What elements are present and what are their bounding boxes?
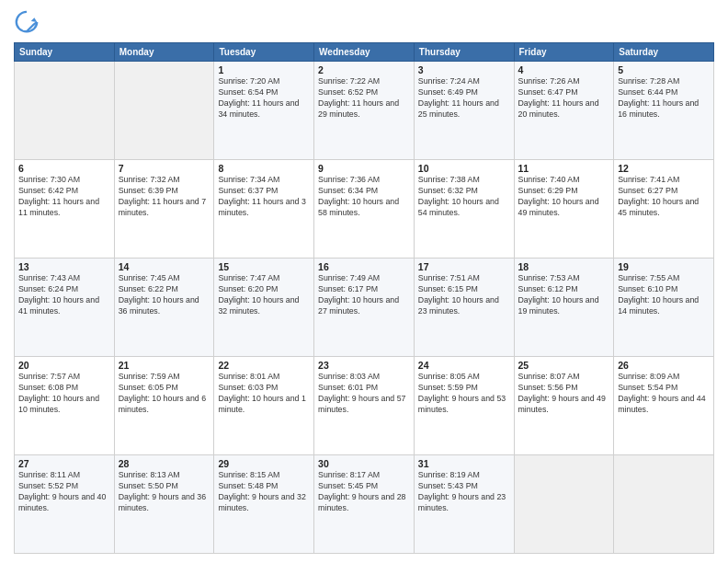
day-number: 1 [218,64,310,75]
calendar-cell: 29Sunrise: 8:15 AMSunset: 5:48 PMDayligh… [214,455,314,554]
cell-details: Sunrise: 8:17 AMSunset: 5:45 PMDaylight:… [318,470,410,514]
cell-details: Sunrise: 7:43 AMSunset: 6:24 PMDaylight:… [18,273,110,317]
day-number: 24 [418,360,510,371]
day-number: 8 [218,163,310,174]
calendar-cell: 21Sunrise: 7:59 AMSunset: 6:05 PMDayligh… [114,357,214,455]
cell-details: Sunrise: 8:11 AMSunset: 5:52 PMDaylight:… [18,470,110,514]
calendar-cell: 8Sunrise: 7:34 AMSunset: 6:37 PMDaylight… [214,160,314,259]
calendar-cell: 1Sunrise: 7:20 AMSunset: 6:54 PMDaylight… [214,62,314,160]
calendar-cell: 14Sunrise: 7:45 AMSunset: 6:22 PMDayligh… [114,259,214,357]
calendar-cell: 16Sunrise: 7:49 AMSunset: 6:17 PMDayligh… [314,259,415,357]
calendar-cell: 11Sunrise: 7:40 AMSunset: 6:29 PMDayligh… [514,160,614,259]
logo [14,9,43,35]
day-number: 6 [18,163,110,174]
day-number: 21 [119,360,210,371]
day-number: 7 [119,163,210,174]
day-number: 18 [518,261,610,272]
calendar-cell [614,455,714,554]
day-number: 30 [318,458,410,469]
weekday-header-row: SundayMondayTuesdayWednesdayThursdayFrid… [15,43,714,62]
calendar-cell: 6Sunrise: 7:30 AMSunset: 6:42 PMDaylight… [15,160,115,259]
cell-details: Sunrise: 8:15 AMSunset: 5:48 PMDaylight:… [218,470,310,514]
calendar-cell: 5Sunrise: 7:28 AMSunset: 6:44 PMDaylight… [614,62,714,160]
header [14,9,714,35]
weekday-header: Monday [114,43,214,62]
day-number: 3 [418,64,510,75]
cell-details: Sunrise: 7:28 AMSunset: 6:44 PMDaylight:… [618,76,710,121]
cell-details: Sunrise: 7:32 AMSunset: 6:39 PMDaylight:… [119,175,210,219]
calendar-cell: 3Sunrise: 7:24 AMSunset: 6:49 PMDaylight… [414,62,514,160]
day-number: 29 [218,458,310,469]
cell-details: Sunrise: 8:01 AMSunset: 6:03 PMDaylight:… [218,372,310,416]
cell-details: Sunrise: 8:03 AMSunset: 6:01 PMDaylight:… [318,372,410,416]
cell-details: Sunrise: 7:51 AMSunset: 6:15 PMDaylight:… [418,273,510,317]
day-number: 13 [18,261,110,272]
calendar-cell: 23Sunrise: 8:03 AMSunset: 6:01 PMDayligh… [314,357,415,455]
day-number: 16 [318,261,410,272]
calendar-cell: 13Sunrise: 7:43 AMSunset: 6:24 PMDayligh… [15,259,115,357]
day-number: 26 [618,360,710,371]
weekday-header: Wednesday [314,43,415,62]
calendar-cell: 9Sunrise: 7:36 AMSunset: 6:34 PMDaylight… [314,160,415,259]
cell-details: Sunrise: 7:45 AMSunset: 6:22 PMDaylight:… [119,273,210,317]
calendar-cell: 25Sunrise: 8:07 AMSunset: 5:56 PMDayligh… [514,357,614,455]
calendar-cell: 22Sunrise: 8:01 AMSunset: 6:03 PMDayligh… [214,357,314,455]
day-number: 28 [119,458,210,469]
calendar-cell: 31Sunrise: 8:19 AMSunset: 5:43 PMDayligh… [414,455,514,554]
calendar-week-row: 20Sunrise: 7:57 AMSunset: 6:08 PMDayligh… [15,357,714,455]
cell-details: Sunrise: 7:55 AMSunset: 6:10 PMDaylight:… [618,273,710,317]
calendar-week-row: 13Sunrise: 7:43 AMSunset: 6:24 PMDayligh… [15,259,714,357]
calendar-table: SundayMondayTuesdayWednesdayThursdayFrid… [14,42,714,554]
cell-details: Sunrise: 7:30 AMSunset: 6:42 PMDaylight:… [18,175,110,219]
day-number: 27 [18,458,110,469]
svg-marker-0 [31,17,38,22]
cell-details: Sunrise: 7:22 AMSunset: 6:52 PMDaylight:… [318,76,410,121]
cell-details: Sunrise: 7:34 AMSunset: 6:37 PMDaylight:… [218,175,310,219]
day-number: 10 [418,163,510,174]
day-number: 2 [318,64,410,75]
calendar-cell: 10Sunrise: 7:38 AMSunset: 6:32 PMDayligh… [414,160,514,259]
cell-details: Sunrise: 7:20 AMSunset: 6:54 PMDaylight:… [218,76,310,121]
logo-icon [14,9,40,35]
weekday-header: Tuesday [214,43,314,62]
cell-details: Sunrise: 8:19 AMSunset: 5:43 PMDaylight:… [418,470,510,514]
day-number: 22 [218,360,310,371]
calendar-cell: 4Sunrise: 7:26 AMSunset: 6:47 PMDaylight… [514,62,614,160]
weekday-header: Friday [514,43,614,62]
day-number: 23 [318,360,410,371]
day-number: 15 [218,261,310,272]
calendar-cell: 2Sunrise: 7:22 AMSunset: 6:52 PMDaylight… [314,62,415,160]
cell-details: Sunrise: 8:05 AMSunset: 5:59 PMDaylight:… [418,372,510,416]
day-number: 12 [618,163,710,174]
calendar-week-row: 1Sunrise: 7:20 AMSunset: 6:54 PMDaylight… [15,62,714,160]
calendar-cell: 24Sunrise: 8:05 AMSunset: 5:59 PMDayligh… [414,357,514,455]
cell-details: Sunrise: 7:59 AMSunset: 6:05 PMDaylight:… [119,372,210,416]
day-number: 20 [18,360,110,371]
calendar-cell: 7Sunrise: 7:32 AMSunset: 6:39 PMDaylight… [114,160,214,259]
calendar-week-row: 6Sunrise: 7:30 AMSunset: 6:42 PMDaylight… [15,160,714,259]
cell-details: Sunrise: 7:26 AMSunset: 6:47 PMDaylight:… [518,76,610,121]
day-number: 11 [518,163,610,174]
cell-details: Sunrise: 8:13 AMSunset: 5:50 PMDaylight:… [119,470,210,514]
calendar-cell: 26Sunrise: 8:09 AMSunset: 5:54 PMDayligh… [614,357,714,455]
calendar-week-row: 27Sunrise: 8:11 AMSunset: 5:52 PMDayligh… [15,455,714,554]
day-number: 17 [418,261,510,272]
day-number: 14 [119,261,210,272]
cell-details: Sunrise: 7:47 AMSunset: 6:20 PMDaylight:… [218,273,310,317]
calendar-cell: 15Sunrise: 7:47 AMSunset: 6:20 PMDayligh… [214,259,314,357]
calendar-cell: 20Sunrise: 7:57 AMSunset: 6:08 PMDayligh… [15,357,115,455]
cell-details: Sunrise: 7:40 AMSunset: 6:29 PMDaylight:… [518,175,610,219]
weekday-header: Saturday [614,43,714,62]
calendar-cell [114,62,214,160]
cell-details: Sunrise: 8:07 AMSunset: 5:56 PMDaylight:… [518,372,610,416]
day-number: 9 [318,163,410,174]
weekday-header: Sunday [15,43,115,62]
cell-details: Sunrise: 7:38 AMSunset: 6:32 PMDaylight:… [418,175,510,219]
calendar-cell: 12Sunrise: 7:41 AMSunset: 6:27 PMDayligh… [614,160,714,259]
cell-details: Sunrise: 7:41 AMSunset: 6:27 PMDaylight:… [618,175,710,219]
calendar-cell [514,455,614,554]
day-number: 5 [618,64,710,75]
cell-details: Sunrise: 8:09 AMSunset: 5:54 PMDaylight:… [618,372,710,416]
cell-details: Sunrise: 7:36 AMSunset: 6:34 PMDaylight:… [318,175,410,219]
calendar-cell: 28Sunrise: 8:13 AMSunset: 5:50 PMDayligh… [114,455,214,554]
